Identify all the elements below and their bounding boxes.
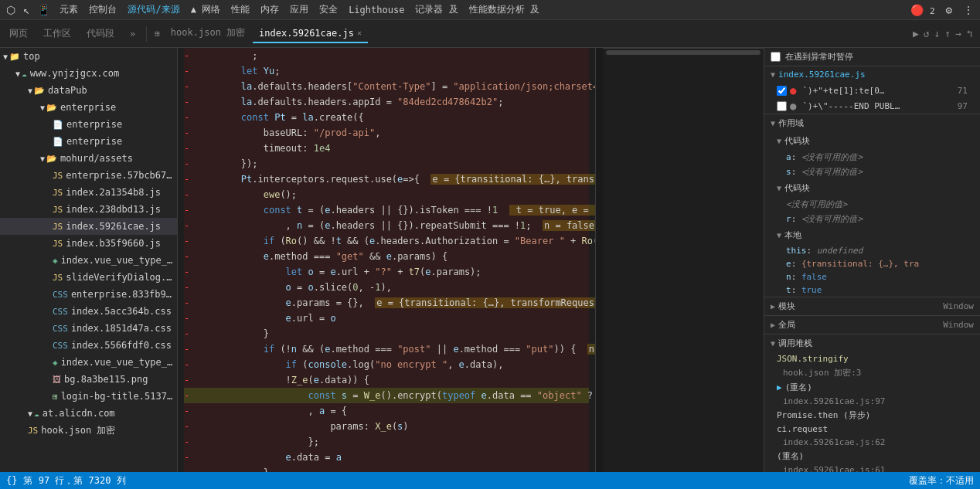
tree-item-enterprise-js[interactable]: JS enterprise.57bcb67a.js xyxy=(0,167,177,184)
breakpoints-file: index.59261cae.js xyxy=(778,70,866,80)
global-header[interactable]: ▶ 全局 Window xyxy=(764,316,980,334)
tree-item-enterprise[interactable]: ▼ 📂 enterprise xyxy=(0,99,177,116)
debug-deactivate-icon[interactable]: ↰ xyxy=(966,28,972,39)
css-icon: CSS xyxy=(53,307,68,317)
tab-index-js[interactable]: index.59261cae.js ✕ xyxy=(253,25,368,43)
status-bar: {} 第 97 行，第 7320 列 覆盖率：不适用 xyxy=(0,472,980,489)
tab-workspace[interactable]: 工作区 xyxy=(37,25,77,42)
diff-marker: - xyxy=(184,94,193,110)
menu-lighthouse[interactable]: Lighthouse xyxy=(344,3,409,17)
expand-icon: ▶ xyxy=(771,321,775,329)
breakpoint-item-2[interactable]: ● `)+\"-----END PUBL… 97 xyxy=(764,98,980,114)
devtools-icon[interactable]: ⬡ xyxy=(3,2,19,18)
tree-item-mohurd[interactable]: ▼ 📂 mohurd/assets xyxy=(0,150,177,167)
tree-item-index-59[interactable]: JS index.59261cae.js xyxy=(0,218,177,235)
file-tree: ▼ 📁 top ▼ ☁ www.ynjzjgcx.com ▼ 📂 dataPub… xyxy=(0,48,178,472)
pause-exception-checkbox[interactable] xyxy=(771,52,781,62)
vue-icon: ◈ xyxy=(53,358,58,368)
callstack-item-3[interactable]: Promise.then (异步) xyxy=(764,408,980,423)
scope-header[interactable]: ▼ 作用域 xyxy=(764,114,980,132)
tree-item-slide[interactable]: JS slideVerifyDialog.bf04ed1c.js xyxy=(0,269,177,286)
tree-item-index-vue1[interactable]: ◈ index.vue_vue_type_style_ind xyxy=(0,252,177,269)
callstack-item-1[interactable]: JSON.stringify hook.json 加密:3 xyxy=(764,352,980,380)
breakpoints-header[interactable]: ▼ index.59261cae.js xyxy=(764,66,980,83)
scope-local[interactable]: ▼ 本地 xyxy=(764,226,980,244)
arrow-icon: ▼ xyxy=(3,53,8,61)
tab-webpage[interactable]: 网页 xyxy=(3,25,34,42)
code-line: - timeout: 1e4 xyxy=(184,141,589,156)
tree-item-login-svg[interactable]: ⊞ login-bg-title.51379c80.svg xyxy=(0,388,177,405)
debug-step-into-icon[interactable]: ↓ xyxy=(934,28,941,39)
callstack-file-1: hook.json 加密:3 xyxy=(777,367,861,379)
module-header[interactable]: ▶ 模块 Window xyxy=(764,297,980,315)
vue-icon: ◈ xyxy=(53,256,58,266)
horizontal-scrollbar[interactable] xyxy=(603,48,764,56)
tree-item-www[interactable]: ▼ ☁ www.ynjzjgcx.com xyxy=(0,65,177,82)
code-line: - , n = (e.headers || {}).repeatSubmit =… xyxy=(184,218,589,233)
menu-network[interactable]: ▲ 网络 xyxy=(186,2,225,18)
cursor-position[interactable]: 第 97 行，第 7320 列 xyxy=(23,474,125,487)
debug-panel: 在遇到异常时暂停 ▼ index.59261cae.js ● `)+"+te[1… xyxy=(764,48,980,472)
menu-console[interactable]: 控制台 xyxy=(84,2,121,18)
tree-item-index-vue2[interactable]: ◈ index.vue_vue_type_style_ind xyxy=(0,354,177,371)
debug-resume-icon[interactable]: ▶ xyxy=(913,28,919,39)
tab-close-icon[interactable]: ✕ xyxy=(357,29,362,37)
file-icon: 📄 xyxy=(53,137,63,147)
notification-icon[interactable]: 🔴 2 xyxy=(907,2,938,18)
menu-performance[interactable]: 性能 xyxy=(226,2,254,18)
callstack-header[interactable]: ▼ 调用堆栈 xyxy=(764,334,980,352)
code-line: - o = o.slice(0, -1), xyxy=(184,280,589,295)
code-area[interactable]: - ; - let Yu; - la.defaults.headers["Con… xyxy=(178,48,603,472)
tree-item-index-2a[interactable]: JS index.2a1354b8.js xyxy=(0,184,177,201)
breakpoint-item-1[interactable]: ● `)+"+te[1]:te[0… 71 xyxy=(764,83,980,98)
tab-more-nav[interactable]: » xyxy=(124,27,141,41)
tree-item-bg-png[interactable]: 🖼 bg.8a3be115.png xyxy=(0,371,177,388)
menu-application[interactable]: 应用 xyxy=(285,2,313,18)
menu-perf-insights[interactable]: 性能数据分析 及 xyxy=(464,2,544,18)
debug-step-icon[interactable]: → xyxy=(955,28,961,39)
global-value: Window xyxy=(943,320,974,330)
tab-snippets[interactable]: 代码段 xyxy=(80,25,121,42)
callstack-item-4[interactable]: ci.request index.59261cae.js:62 xyxy=(764,423,980,449)
tree-item-index-b3[interactable]: JS index.b35f9660.js xyxy=(0,235,177,252)
scope-block-1[interactable]: ▼ 代码块 xyxy=(764,132,980,150)
tree-item-file-e2[interactable]: 📄 enterprise xyxy=(0,133,177,150)
callstack-item-2[interactable]: ▶(重名) index.59261cae.js:97 xyxy=(764,380,980,408)
inspect-icon[interactable]: ↖ xyxy=(20,2,32,18)
tree-item-enterprise-css[interactable]: CSS enterprise.833fb926.css xyxy=(0,286,177,303)
callstack-fn-3: Promise.then (异步) xyxy=(777,409,870,421)
tree-item-alicdn[interactable]: ▼ ☁ at.alicdn.com xyxy=(0,405,177,422)
diff-marker: - xyxy=(184,63,193,79)
menu-security[interactable]: 安全 xyxy=(315,2,342,18)
tree-item-index-55[interactable]: CSS index.5566fdf0.css xyxy=(0,337,177,354)
menu-memory[interactable]: 内存 xyxy=(256,2,284,18)
code-line: - e.url = o xyxy=(184,311,589,326)
tree-item-index-5a[interactable]: CSS index.5acc364b.css xyxy=(0,303,177,320)
tree-item-file-e1[interactable]: 📄 enterprise xyxy=(0,116,177,133)
breakpoint-check-2[interactable] xyxy=(777,101,787,111)
css-icon: CSS xyxy=(53,324,68,334)
tree-item-index-18[interactable]: CSS index.1851d47a.css xyxy=(0,320,177,337)
breakpoint-check-1[interactable] xyxy=(777,86,787,96)
tree-item-datapub[interactable]: ▼ 📂 dataPub xyxy=(0,82,177,99)
debug-step-over-icon[interactable]: ↺ xyxy=(924,28,930,39)
menu-sources[interactable]: 源代码/来源 xyxy=(123,2,184,18)
device-icon[interactable]: 📱 xyxy=(34,2,53,18)
tab-hook-json[interactable]: hook.json 加密 xyxy=(165,23,251,44)
menu-recorder[interactable]: 记录器 及 xyxy=(410,2,462,18)
expand-icon[interactable]: ⊞ xyxy=(155,29,160,39)
menu-elements[interactable]: 元素 xyxy=(55,2,83,18)
settings-icon[interactable]: ⚙ xyxy=(943,2,955,18)
tree-item-hook-json[interactable]: JS hook.json 加密 xyxy=(0,422,177,439)
coverage-status[interactable]: 覆盖率：不适用 xyxy=(909,474,974,487)
tree-item-top[interactable]: ▼ 📁 top xyxy=(0,48,177,65)
callstack-item-5[interactable]: (重名) index.59261cae.js:61 xyxy=(764,449,980,472)
pause-exception-header[interactable]: 在遇到异常时暂停 xyxy=(764,48,980,66)
scrollbar-thumb[interactable] xyxy=(606,50,761,55)
debug-step-out-icon[interactable]: ↑ xyxy=(945,28,951,39)
scope-block-2[interactable]: ▼ 代码块 xyxy=(764,179,980,197)
tree-item-index-23[interactable]: JS index.238dbd13.js xyxy=(0,201,177,218)
breakpoint-dot-2: ● xyxy=(790,100,796,112)
more-icon[interactable]: ⋮ xyxy=(960,2,977,18)
diff-marker: - xyxy=(184,326,193,341)
